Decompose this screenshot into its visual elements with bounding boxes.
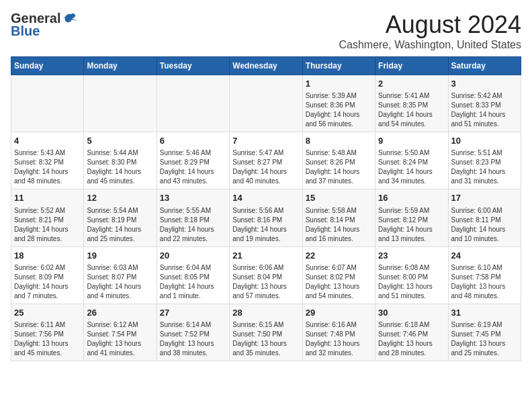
logo: General Blue bbox=[11, 11, 77, 39]
day-number: 2 bbox=[378, 78, 445, 90]
day-number: 28 bbox=[232, 307, 299, 319]
day-number: 19 bbox=[87, 250, 153, 262]
day-info: Sunrise: 6:16 AM Sunset: 7:48 PM Dayligh… bbox=[306, 320, 372, 358]
calendar-header-row: SundayMondayTuesdayWednesdayThursdayFrid… bbox=[11, 57, 521, 75]
day-info: Sunrise: 5:58 AM Sunset: 8:14 PM Dayligh… bbox=[306, 206, 372, 244]
day-info: Sunrise: 5:50 AM Sunset: 8:24 PM Dayligh… bbox=[378, 148, 445, 186]
day-info: Sunrise: 6:18 AM Sunset: 7:46 PM Dayligh… bbox=[378, 320, 445, 358]
day-number: 10 bbox=[451, 135, 518, 147]
calendar-cell bbox=[11, 75, 84, 132]
calendar-cell: 8Sunrise: 5:48 AM Sunset: 8:26 PM Daylig… bbox=[302, 132, 375, 189]
calendar-cell: 14Sunrise: 5:56 AM Sunset: 8:16 PM Dayli… bbox=[230, 189, 302, 246]
day-number: 24 bbox=[451, 250, 518, 262]
calendar-cell: 5Sunrise: 5:44 AM Sunset: 8:30 PM Daylig… bbox=[84, 132, 157, 189]
day-number: 13 bbox=[160, 192, 226, 204]
day-number: 7 bbox=[232, 135, 299, 147]
day-number: 23 bbox=[378, 250, 445, 262]
day-info: Sunrise: 5:54 AM Sunset: 8:19 PM Dayligh… bbox=[87, 206, 153, 244]
calendar-cell: 20Sunrise: 6:04 AM Sunset: 8:05 PM Dayli… bbox=[157, 246, 229, 304]
day-number: 14 bbox=[232, 192, 299, 204]
header-day-sunday: Sunday bbox=[11, 57, 84, 75]
day-info: Sunrise: 5:51 AM Sunset: 8:23 PM Dayligh… bbox=[451, 148, 518, 186]
logo-bird-icon bbox=[62, 11, 77, 26]
calendar-cell: 28Sunrise: 6:15 AM Sunset: 7:50 PM Dayli… bbox=[230, 304, 302, 361]
day-number: 9 bbox=[378, 135, 445, 147]
day-number: 27 bbox=[160, 307, 226, 319]
header-day-tuesday: Tuesday bbox=[157, 57, 229, 75]
calendar-week-1: 1Sunrise: 5:39 AM Sunset: 8:36 PM Daylig… bbox=[11, 75, 521, 132]
day-number: 5 bbox=[87, 135, 153, 147]
day-info: Sunrise: 5:39 AM Sunset: 8:36 PM Dayligh… bbox=[306, 91, 372, 129]
calendar-cell: 11Sunrise: 5:52 AM Sunset: 8:21 PM Dayli… bbox=[11, 189, 84, 246]
subtitle: Cashmere, Washington, United States bbox=[339, 39, 521, 51]
day-info: Sunrise: 5:48 AM Sunset: 8:26 PM Dayligh… bbox=[306, 148, 372, 186]
day-info: Sunrise: 5:46 AM Sunset: 8:29 PM Dayligh… bbox=[160, 148, 226, 186]
day-info: Sunrise: 6:07 AM Sunset: 8:02 PM Dayligh… bbox=[306, 263, 372, 301]
calendar-week-4: 18Sunrise: 6:02 AM Sunset: 8:09 PM Dayli… bbox=[11, 246, 521, 304]
day-number: 31 bbox=[451, 307, 518, 319]
day-info: Sunrise: 6:02 AM Sunset: 8:09 PM Dayligh… bbox=[14, 263, 81, 301]
calendar-week-2: 4Sunrise: 5:43 AM Sunset: 8:32 PM Daylig… bbox=[11, 132, 521, 189]
day-info: Sunrise: 5:47 AM Sunset: 8:27 PM Dayligh… bbox=[232, 148, 299, 186]
calendar-cell: 21Sunrise: 6:06 AM Sunset: 8:04 PM Dayli… bbox=[230, 246, 302, 304]
day-number: 12 bbox=[87, 192, 153, 204]
day-info: Sunrise: 6:11 AM Sunset: 7:56 PM Dayligh… bbox=[14, 320, 81, 358]
calendar-cell: 24Sunrise: 6:10 AM Sunset: 7:58 PM Dayli… bbox=[448, 246, 521, 304]
page-header: General Blue August 2024 Cashmere, Washi… bbox=[11, 11, 521, 51]
calendar-cell: 2Sunrise: 5:41 AM Sunset: 8:35 PM Daylig… bbox=[375, 75, 448, 132]
main-title: August 2024 bbox=[339, 11, 521, 39]
calendar-cell: 1Sunrise: 5:39 AM Sunset: 8:36 PM Daylig… bbox=[302, 75, 375, 132]
header-day-thursday: Thursday bbox=[302, 57, 375, 75]
day-info: Sunrise: 6:08 AM Sunset: 8:00 PM Dayligh… bbox=[378, 263, 445, 301]
day-info: Sunrise: 5:42 AM Sunset: 8:33 PM Dayligh… bbox=[451, 91, 518, 129]
day-number: 6 bbox=[160, 135, 226, 147]
day-info: Sunrise: 5:43 AM Sunset: 8:32 PM Dayligh… bbox=[14, 148, 81, 186]
calendar-week-5: 25Sunrise: 6:11 AM Sunset: 7:56 PM Dayli… bbox=[11, 304, 521, 361]
calendar-cell: 3Sunrise: 5:42 AM Sunset: 8:33 PM Daylig… bbox=[448, 75, 521, 132]
day-number: 17 bbox=[451, 192, 518, 204]
calendar-cell: 9Sunrise: 5:50 AM Sunset: 8:24 PM Daylig… bbox=[375, 132, 448, 189]
day-number: 15 bbox=[306, 192, 372, 204]
day-info: Sunrise: 6:14 AM Sunset: 7:52 PM Dayligh… bbox=[160, 320, 226, 358]
calendar-table: SundayMondayTuesdayWednesdayThursdayFrid… bbox=[11, 56, 521, 361]
day-info: Sunrise: 5:52 AM Sunset: 8:21 PM Dayligh… bbox=[14, 206, 81, 244]
calendar-cell: 29Sunrise: 6:16 AM Sunset: 7:48 PM Dayli… bbox=[302, 304, 375, 361]
day-info: Sunrise: 5:44 AM Sunset: 8:30 PM Dayligh… bbox=[87, 148, 153, 186]
day-number: 18 bbox=[14, 250, 81, 262]
day-number: 1 bbox=[306, 78, 372, 90]
day-number: 21 bbox=[232, 250, 299, 262]
header-day-monday: Monday bbox=[84, 57, 157, 75]
day-info: Sunrise: 6:12 AM Sunset: 7:54 PM Dayligh… bbox=[87, 320, 153, 358]
day-info: Sunrise: 6:03 AM Sunset: 8:07 PM Dayligh… bbox=[87, 263, 153, 301]
day-info: Sunrise: 6:19 AM Sunset: 7:45 PM Dayligh… bbox=[451, 320, 518, 358]
calendar-cell: 6Sunrise: 5:46 AM Sunset: 8:29 PM Daylig… bbox=[157, 132, 229, 189]
header-day-friday: Friday bbox=[375, 57, 448, 75]
calendar-week-3: 11Sunrise: 5:52 AM Sunset: 8:21 PM Dayli… bbox=[11, 189, 521, 246]
header-day-wednesday: Wednesday bbox=[230, 57, 302, 75]
day-number: 3 bbox=[451, 78, 518, 90]
day-number: 11 bbox=[14, 192, 81, 204]
calendar-cell bbox=[84, 75, 157, 132]
logo-blue-text: Blue bbox=[11, 24, 40, 39]
day-number: 30 bbox=[378, 307, 445, 319]
calendar-cell bbox=[157, 75, 229, 132]
calendar-cell: 16Sunrise: 5:59 AM Sunset: 8:12 PM Dayli… bbox=[375, 189, 448, 246]
calendar-cell: 27Sunrise: 6:14 AM Sunset: 7:52 PM Dayli… bbox=[157, 304, 229, 361]
calendar-cell: 13Sunrise: 5:55 AM Sunset: 8:18 PM Dayli… bbox=[157, 189, 229, 246]
day-info: Sunrise: 6:06 AM Sunset: 8:04 PM Dayligh… bbox=[232, 263, 299, 301]
calendar-cell: 12Sunrise: 5:54 AM Sunset: 8:19 PM Dayli… bbox=[84, 189, 157, 246]
day-number: 4 bbox=[14, 135, 81, 147]
calendar-cell: 25Sunrise: 6:11 AM Sunset: 7:56 PM Dayli… bbox=[11, 304, 84, 361]
calendar-cell: 19Sunrise: 6:03 AM Sunset: 8:07 PM Dayli… bbox=[84, 246, 157, 304]
day-number: 29 bbox=[306, 307, 372, 319]
calendar-cell: 4Sunrise: 5:43 AM Sunset: 8:32 PM Daylig… bbox=[11, 132, 84, 189]
calendar-cell: 26Sunrise: 6:12 AM Sunset: 7:54 PM Dayli… bbox=[84, 304, 157, 361]
calendar-cell bbox=[230, 75, 302, 132]
title-area: August 2024 Cashmere, Washington, United… bbox=[339, 11, 521, 51]
day-number: 16 bbox=[378, 192, 445, 204]
day-number: 22 bbox=[306, 250, 372, 262]
day-info: Sunrise: 6:15 AM Sunset: 7:50 PM Dayligh… bbox=[232, 320, 299, 358]
header-day-saturday: Saturday bbox=[448, 57, 521, 75]
calendar-cell: 18Sunrise: 6:02 AM Sunset: 8:09 PM Dayli… bbox=[11, 246, 84, 304]
calendar-cell: 10Sunrise: 5:51 AM Sunset: 8:23 PM Dayli… bbox=[448, 132, 521, 189]
